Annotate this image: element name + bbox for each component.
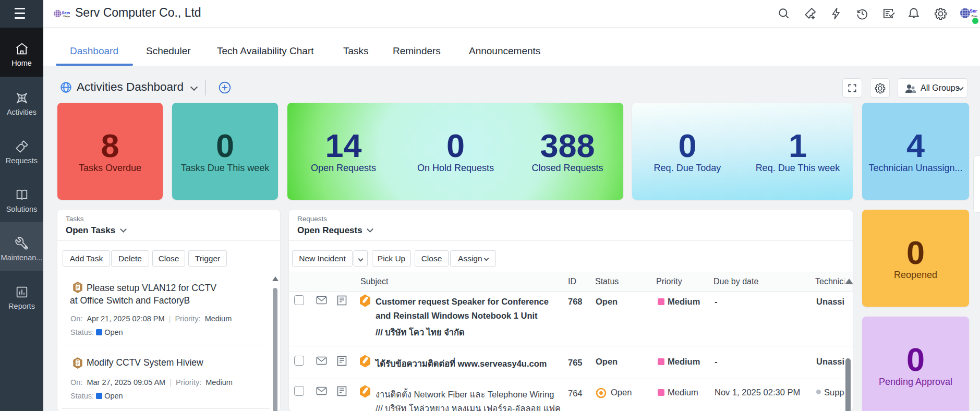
svg-text:Serv: Serv: [62, 10, 70, 15]
svg-text:Serv: Serv: [970, 8, 977, 14]
svg-text:Computer: Computer: [972, 15, 977, 18]
